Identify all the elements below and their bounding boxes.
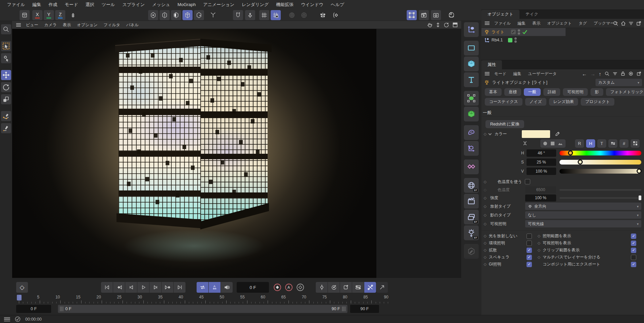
add-cloner-button[interactable] (464, 159, 479, 174)
scale-tool[interactable] (1, 94, 11, 104)
range-handle-right[interactable] (342, 307, 345, 311)
attr-tab-chip[interactable]: 座標 (504, 88, 521, 96)
add-cube-button[interactable] (464, 57, 479, 71)
current-frame-field[interactable]: 0 F (237, 282, 269, 293)
viewport-menu-item[interactable]: カメラ (41, 21, 60, 29)
viewport-menu-icon[interactable] (16, 23, 21, 27)
mode-animation-button[interactable] (194, 10, 204, 20)
filter-icon[interactable] (613, 71, 617, 76)
maximize-view-icon[interactable] (452, 22, 458, 28)
attr-tab-chip[interactable]: プロジェクト (581, 98, 614, 106)
spline-pen-tool[interactable] (1, 111, 11, 121)
grid-button[interactable] (259, 10, 269, 20)
object-row-light[interactable]: ライト (481, 28, 566, 36)
tweak-tool[interactable] (1, 53, 11, 63)
chevron-down-icon[interactable] (488, 132, 492, 135)
keyframe-diamond[interactable]: ◇ (481, 180, 489, 184)
layer-color-chip[interactable] (508, 38, 512, 42)
add-null-button[interactable] (464, 22, 479, 37)
zoom-updown-icon[interactable] (436, 22, 440, 28)
slider-knob-s[interactable] (578, 159, 583, 165)
menubar-item[interactable]: 編集 (29, 0, 45, 9)
checkbox[interactable]: ✓ (527, 234, 532, 239)
mode-model-button[interactable] (148, 10, 158, 20)
axis-tool-button[interactable] (208, 10, 218, 20)
timeline-ruler[interactable]: 051015202530354045505560657075808590 (16, 295, 390, 303)
undo-box-button[interactable] (20, 10, 30, 20)
color-display-group[interactable] (540, 139, 566, 148)
slider-knob-h[interactable] (568, 150, 573, 155)
rotate-tool[interactable] (1, 82, 11, 92)
keyframe-diamond[interactable]: ◇ (481, 222, 489, 226)
keyframe-diamond[interactable]: ◇ (481, 196, 489, 200)
grid-lock-button[interactable] (271, 10, 281, 20)
menubar-item[interactable]: ツール (98, 0, 119, 9)
range-start-field[interactable]: 0 F (16, 305, 51, 313)
goto-end-button[interactable] (174, 282, 185, 293)
attr-menu-item[interactable]: モード (491, 69, 510, 78)
render-view-button[interactable] (407, 10, 417, 20)
add-null-axis-button[interactable] (464, 141, 479, 156)
keyframe-diamond[interactable]: ◇ (481, 204, 489, 209)
attr-tab-chip[interactable]: レンズ効果 (549, 98, 578, 106)
falloff-button[interactable] (287, 10, 297, 20)
goto-start-button[interactable] (101, 282, 113, 293)
menubar-item[interactable]: ヘルプ (327, 0, 348, 9)
intensity-knob[interactable] (639, 195, 641, 200)
keyframe-diamond[interactable]: ◇ (481, 262, 489, 266)
color-mode-r[interactable]: R (575, 139, 584, 148)
menubar-item[interactable]: 作成 (45, 0, 61, 9)
keyframe-diamond[interactable]: ◇ (481, 255, 489, 259)
s-field[interactable]: 25 % (527, 158, 556, 166)
panel-tab[interactable]: オブジェクト (481, 10, 519, 19)
next-key-button[interactable] (162, 282, 173, 293)
symmetry-button[interactable] (318, 10, 328, 20)
menubar-item[interactable]: MoGraph (174, 0, 199, 9)
mode-workplane-button[interactable] (171, 10, 181, 20)
menubar-item[interactable]: メッシュ (148, 0, 174, 9)
sketch-pen-tool[interactable] (1, 123, 11, 133)
menubar-item[interactable]: アニメーション (199, 0, 238, 9)
h-slider[interactable] (560, 151, 641, 155)
range-bar[interactable]: 0 F 90 F (58, 305, 347, 313)
menubar-item[interactable]: スプライン (118, 0, 148, 9)
forward-arrow-icon[interactable]: → (590, 71, 596, 77)
eyedropper-icon[interactable] (555, 131, 560, 137)
intensity-slider[interactable] (560, 197, 641, 199)
visibility-dots[interactable] (514, 37, 517, 43)
sound-button[interactable] (221, 282, 233, 293)
attr-tab-chip[interactable]: ノイズ (525, 98, 546, 106)
checkbox[interactable]: ✓ (527, 241, 532, 246)
render-settings-button[interactable] (431, 10, 441, 20)
menubar-item[interactable]: ファイル (3, 0, 29, 9)
render-tag-icon[interactable] (511, 30, 516, 34)
keyframe-diamond[interactable]: ◇ (481, 188, 489, 192)
checkbox[interactable]: ✓ (631, 248, 636, 253)
menubar-item[interactable]: 選択 (82, 0, 98, 9)
key-parameter-button[interactable] (352, 282, 364, 293)
axis-z-button[interactable]: Z (55, 10, 65, 20)
viewport-menu-item[interactable]: オプション (74, 21, 100, 29)
add-spline-button[interactable] (464, 41, 479, 56)
key-scale-button[interactable] (340, 282, 352, 293)
prev-key-button[interactable] (113, 282, 125, 293)
keyframe-diamond[interactable]: ◇ (481, 132, 489, 136)
attr-menu-item[interactable]: 編集 (510, 69, 525, 78)
status-menu-icon[interactable] (4, 317, 10, 321)
viewport-menu-item[interactable]: ビュー (23, 21, 41, 29)
viewport-menu-item[interactable]: 表示 (60, 21, 74, 29)
intensity-field[interactable]: 100 % (525, 194, 556, 202)
target-icon[interactable] (629, 71, 633, 76)
viewport-menu-item[interactable]: パネル (123, 21, 142, 29)
keyframe-diamond[interactable]: ◇ (481, 234, 489, 238)
panel-tab[interactable]: テイク (519, 10, 544, 19)
keyframe-diamond[interactable]: ◇ (535, 241, 543, 245)
checkbox[interactable]: ✓ (527, 248, 532, 253)
next-frame-button[interactable] (149, 282, 161, 293)
temperature-field[interactable]: 6500 (525, 186, 556, 193)
keyframe-diamond[interactable]: ◇ (535, 248, 543, 252)
checkbox[interactable]: ✓ (631, 262, 636, 267)
preset-dropdown[interactable]: カスタム▾ (596, 79, 642, 86)
loop-playback-button[interactable] (197, 282, 208, 293)
attr-tab-chip[interactable]: 詳細 (543, 88, 560, 96)
